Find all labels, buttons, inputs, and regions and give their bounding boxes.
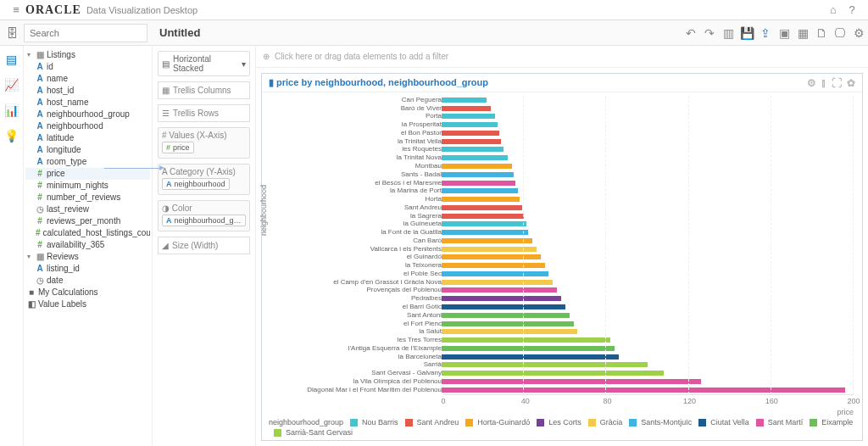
x-tick: 120 [683, 397, 696, 405]
tree-item-availability_365[interactable]: #availability_365 [25, 239, 150, 251]
color-pill-group[interactable]: Aneighbourhood_gr... [162, 215, 246, 226]
trellis-rows-shelf[interactable]: ☰Trellis Rows [158, 104, 250, 122]
analytics-tab-icon[interactable]: 📊 [4, 103, 19, 117]
tree-item-number_of_reviews[interactable]: #number_of_reviews [25, 192, 150, 203]
drag-arrow-annotation [104, 168, 164, 169]
refresh-icon[interactable]: ▣ [775, 26, 793, 40]
canvas-main: ⊕ Click here or drag data elements to ad… [256, 46, 868, 446]
insight-tab-icon[interactable]: 💡 [4, 129, 19, 142]
tree-item-value-labels[interactable]: ◧Value Labels [25, 298, 150, 310]
y-axis-label: neighbourhood [259, 185, 268, 236]
legend-title: neighbourhood_group [269, 418, 343, 426]
y-tick: la Guineueta [264, 220, 442, 227]
y-tick: el Guinardó [264, 254, 442, 260]
values-pill-price[interactable]: #price [162, 142, 194, 153]
y-tick: Sant Andreu [264, 204, 442, 211]
redo-icon[interactable]: ↷ [700, 26, 719, 40]
tree-item-date[interactable]: ◷date [25, 275, 150, 287]
size-shelf[interactable]: ◢Size (Width) [158, 237, 250, 254]
undo-icon[interactable]: ↶ [682, 26, 700, 40]
legend-swatch [629, 419, 637, 426]
y-tick: la Barceloneta [264, 354, 442, 360]
filter-bar[interactable]: ⊕ Click here or drag data elements to ad… [256, 46, 868, 68]
chart-expand-icon[interactable]: ⛶ [832, 77, 842, 89]
grammar-panel: ▤ Horizontal Stacked ▾ ▦Trellis Columns … [153, 46, 256, 446]
legend-item[interactable]: Les Corts [548, 418, 581, 426]
legend-item[interactable]: Eixample [821, 418, 853, 426]
color-shelf[interactable]: ◑ Color Aneighbourhood_gr... [158, 200, 250, 231]
tree-item-room_type[interactable]: Aroom_type [25, 156, 150, 168]
y-tick: Porta [264, 113, 442, 120]
trellis-columns-shelf[interactable]: ▦Trellis Columns [158, 81, 250, 99]
tree-item-calculated_host_listings_count[interactable]: #calculated_host_listings_count [25, 227, 150, 239]
tree-item-reviews_per_month[interactable]: #reviews_per_month [25, 215, 150, 227]
y-tick: Horta [264, 196, 442, 203]
menu-icon[interactable]: ≡ [8, 3, 24, 18]
tree-item-my-calculations[interactable]: ■My Calculations [25, 287, 150, 298]
legend-item[interactable]: Ciutat Vella [710, 418, 749, 426]
search-input[interactable] [24, 24, 147, 42]
tree-item-listing_id[interactable]: Alisting_id [25, 263, 150, 275]
category-pill-neighbourhood[interactable]: Aneighbourhood [162, 178, 230, 190]
chart-bars [442, 96, 854, 394]
tree-item-name[interactable]: Aname [25, 73, 150, 85]
tree-item-neighbourhood[interactable]: Aneighbourhood [25, 120, 150, 132]
tree-item-reviews[interactable]: ▾▦Reviews [25, 251, 150, 263]
legend-swatch [274, 429, 281, 437]
values-shelf[interactable]: # Values (X-Axis) #price [158, 127, 250, 159]
y-tick: Sarrià [264, 361, 442, 368]
legend-item[interactable]: Horta-Guinardó [477, 418, 530, 426]
y-tick: la Vila Olímpica del Poblenou [264, 378, 442, 385]
tree-item-last_review[interactable]: ◷last_review [25, 203, 150, 215]
tree-item-neighbourhood_group[interactable]: Aneighbourhood_group [25, 109, 150, 120]
present-icon[interactable]: 🖵 [831, 26, 849, 40]
legend-item[interactable]: Gràcia [600, 418, 623, 426]
category-shelf[interactable]: A Category (Y-Axis) Aneighbourhood [158, 164, 250, 195]
data-panel-tree: ▾▦ListingsAidAnameAhost_idAhost_nameAnei… [24, 46, 153, 446]
y-tick: Pedralbes [264, 295, 442, 302]
tree-item-latitude[interactable]: Alatitude [25, 132, 150, 144]
tree-item-longitude[interactable]: Alongitude [25, 144, 150, 156]
help-icon[interactable]: ? [844, 3, 860, 18]
y-tick: Provençals del Poblenou [264, 287, 442, 293]
y-tick: el Fort Pienc [264, 321, 442, 327]
legend-swatch [350, 419, 358, 426]
y-tick: la Marina de Port [264, 187, 442, 194]
legend-item[interactable]: Nou Barris [362, 418, 398, 426]
data-tab-icon[interactable]: ▤ [6, 53, 17, 66]
tree-item-minimum_nights[interactable]: #minimum_nights [25, 180, 150, 192]
viz-type-selector[interactable]: ▤ Horizontal Stacked ▾ [158, 51, 250, 76]
legend-item[interactable]: Sant Andreu [417, 418, 459, 426]
save-icon[interactable]: 💾 [737, 26, 756, 40]
tree-item-host_id[interactable]: Ahost_id [25, 85, 150, 97]
x-tick: 160 [765, 397, 778, 405]
legend-item[interactable]: Sants-Montjuïc [641, 418, 692, 426]
brand-sub: Data Visualization Desktop [86, 5, 198, 15]
tree-item-listings[interactable]: ▾▦Listings [25, 49, 150, 61]
y-tick: la Trinitat Vella [264, 138, 442, 145]
x-tick: 0 [441, 397, 445, 405]
visualize-tab-icon[interactable]: 📈 [4, 78, 19, 92]
chart-settings-icon[interactable]: ⚙ [807, 77, 816, 89]
settings-icon[interactable]: ⚙ [849, 26, 868, 40]
auto-viz-icon[interactable]: ▥ [719, 26, 737, 40]
y-tick: la Sagrera [264, 213, 442, 220]
new-page-icon[interactable]: 🗋 [812, 26, 831, 40]
data-sources-icon[interactable]: 🗄 [0, 26, 24, 40]
tree-item-price[interactable]: #price [25, 168, 150, 180]
share-icon[interactable]: ⇪ [756, 26, 775, 40]
legend-item[interactable]: Sant Martí [768, 418, 804, 426]
x-tick: 80 [604, 397, 612, 405]
chart-menu-icon[interactable]: ✿ [847, 77, 855, 89]
layout-icon[interactable]: ▦ [793, 26, 812, 40]
legend-item[interactable]: Sarrià-Sant Gervasi [286, 428, 353, 437]
chart-card[interactable]: ▮ price by neighbourhood, neighbourhood_… [261, 73, 863, 441]
tree-item-host_name[interactable]: Ahost_name [25, 97, 150, 109]
legend-swatch [588, 419, 596, 426]
y-tick: Baró de Viver [264, 105, 442, 112]
tree-item-id[interactable]: Aid [25, 61, 150, 73]
home-icon[interactable]: ⌂ [826, 3, 841, 18]
add-filter-icon[interactable]: ⊕ [263, 52, 270, 61]
canvas-title[interactable]: Untitled [159, 26, 200, 39]
chart-sort-icon[interactable]: ⫿ [821, 77, 826, 89]
